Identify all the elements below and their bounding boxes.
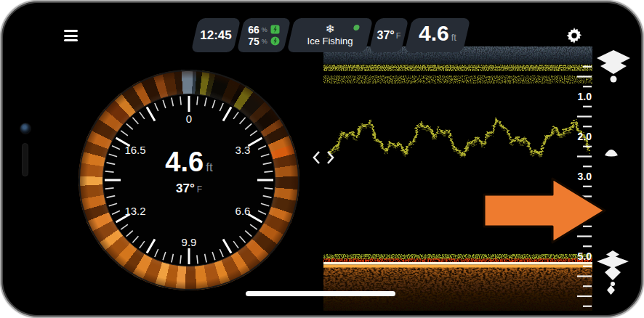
water-temp-chip: 37° F	[369, 18, 409, 52]
water-temp-unit: F	[396, 31, 401, 40]
home-indicator[interactable]	[246, 291, 395, 296]
depth-value: 4.6	[419, 21, 449, 46]
depth-unit: ft	[451, 32, 456, 43]
chevron-left-icon	[314, 152, 319, 163]
mode-label: Ice Fishing	[307, 36, 353, 47]
battery-square-icon	[270, 25, 280, 34]
phone-frame: 12:45 66 % 75 %	[0, 0, 644, 318]
battery-row-2: 75 %	[248, 36, 280, 46]
status-bar: 12:45 66 % 75 %	[195, 18, 467, 52]
battery-round-icon	[270, 36, 280, 46]
front-camera	[20, 123, 31, 134]
depth-tick-label: 1.0	[578, 91, 592, 102]
depth-tick-label: 5.0	[578, 250, 592, 262]
flasher-depth-value: 4.6	[165, 148, 204, 176]
flasher-temp-unit: F	[197, 185, 202, 194]
menu-button[interactable]	[64, 29, 81, 45]
flasher-scale-label: 9.9	[182, 236, 197, 248]
battery-chip: 66 % 75 %	[237, 18, 291, 52]
history-scroll-control[interactable]	[312, 150, 335, 166]
small-target-marker-icon	[606, 285, 616, 295]
flasher-scale-label: 13.2	[124, 205, 145, 217]
depth-chip: 4.6 ft	[405, 18, 471, 52]
water-temp-value: 37°	[377, 29, 395, 42]
flasher-scale-label: 6.6	[236, 205, 251, 217]
time-label: 12:45	[200, 28, 231, 43]
flasher-readout: 4.6 ft 37° F	[79, 148, 299, 195]
bait-school-marker-icon	[595, 49, 632, 86]
flasher-temp-value: 37°	[176, 182, 195, 195]
earpiece-speaker	[22, 143, 28, 176]
flasher-scale-label: 0	[186, 113, 192, 125]
snowflake-icon: ❄	[326, 23, 335, 36]
target-trace	[328, 118, 587, 158]
flasher-depth-unit: ft	[206, 161, 212, 174]
bottom-band	[323, 254, 592, 311]
depth-tick-label: 2.0	[578, 131, 592, 142]
fish-marker-icon	[603, 147, 619, 157]
time-chip: 12:45	[191, 18, 241, 52]
chevron-right-icon	[328, 152, 333, 163]
battery-row-1: 66 %	[248, 25, 280, 35]
hamburger-icon	[64, 30, 78, 32]
settings-gear-icon[interactable]	[565, 26, 584, 45]
mode-chip[interactable]: ❄ Ice Fishing	[287, 18, 374, 52]
bait-school-marker-icon	[594, 250, 632, 287]
highlight-arrow	[483, 177, 608, 244]
flasher-dial: 0 3.3 6.6 9.9 13.2 16.5 4.6 ft 37° F	[79, 70, 299, 290]
subsurface-clutter	[323, 65, 592, 83]
